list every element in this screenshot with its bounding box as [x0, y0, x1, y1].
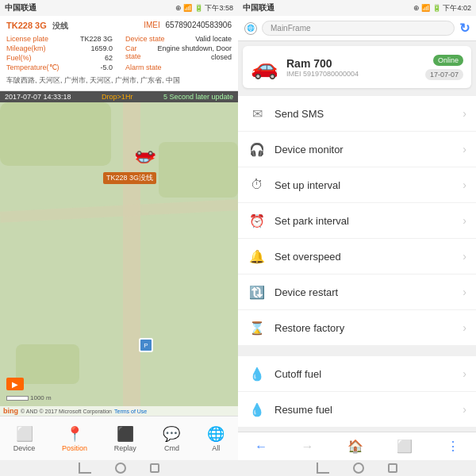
- arrow-icon-1: ›: [463, 143, 466, 155]
- right-device-imei: IMEI 59197080000004: [286, 70, 359, 78]
- arrow-icon-4: ›: [463, 250, 466, 263]
- cutoff-fuel-icon: 💧: [248, 364, 267, 383]
- road-horizontal: [0, 199, 238, 223]
- menu-item-set-interval[interactable]: ⏱ Set up interval ›: [238, 167, 476, 203]
- scale-bar: [6, 396, 29, 401]
- menu-item-cutoff-fuel[interactable]: 💧 Cutoff fuel ›: [238, 356, 476, 392]
- car-marker: 🚗 TK228 3G没线: [103, 150, 156, 184]
- nav-home-icon-right[interactable]: [353, 463, 364, 474]
- tool-cmd[interactable]: 💬 Cmd: [156, 422, 186, 455]
- time-right: 下午4:02: [443, 4, 471, 12]
- arrow-icon-2: ›: [463, 178, 466, 191]
- menu-item-restore[interactable]: ⌛ Restore factory ›: [238, 310, 476, 345]
- online-badge: Online: [433, 55, 463, 66]
- device-icon: ⬜: [16, 425, 33, 443]
- browser-bar: 🌐 MainFrame ↻: [238, 16, 476, 41]
- globe-icon: 🌐: [244, 22, 257, 35]
- menu-item-park-interval[interactable]: ⏰ Set park interval ›: [238, 203, 476, 239]
- arrow-icon-5: ›: [463, 286, 466, 298]
- resume-fuel-icon: 💧: [248, 400, 267, 419]
- map-drop: Drop>1Hr: [102, 93, 132, 101]
- device-monitor-icon: 🎧: [248, 140, 267, 159]
- nav-forward-button[interactable]: →: [295, 436, 321, 457]
- send-sms-label: Send SMS: [274, 108, 463, 120]
- car-label: TK228 3G没线: [103, 172, 156, 184]
- nav-tabs-button[interactable]: ⬜: [390, 436, 419, 457]
- nav-square-icon-right[interactable]: [388, 463, 397, 473]
- replay-icon: ⬛: [117, 425, 134, 443]
- nav-back-icon-right[interactable]: [317, 463, 329, 474]
- tool-device[interactable]: ⬜ Device: [7, 422, 42, 455]
- arrow-icon-7: ›: [463, 367, 466, 380]
- right-device-name: Ram 700: [286, 57, 359, 70]
- nav-more-button[interactable]: ⋮: [440, 436, 466, 457]
- overspeed-label: Set overspeed: [274, 251, 463, 263]
- menu-item-send-sms[interactable]: ✉ Send SMS ›: [238, 96, 476, 132]
- time-left: 下午3:58: [205, 4, 233, 12]
- map-datetime: 2017-07-07 14:33:18: [5, 93, 71, 101]
- right-panel: 中国联通 ⊕ 📶 🔋 下午4:02 🌐 MainFrame ↻ 🚗 Ram 70…: [238, 0, 476, 476]
- bottom-nav-right: ← → 🏠 ⬜ ⋮: [238, 432, 476, 460]
- cmd-icon: 💬: [163, 425, 180, 443]
- restart-label: Device restart: [274, 286, 463, 298]
- device-monitor-label: Device monitor: [274, 144, 463, 155]
- nav-back-button[interactable]: ←: [248, 436, 274, 457]
- set-interval-label: Set up interval: [274, 179, 463, 191]
- refresh-button[interactable]: ↻: [459, 21, 470, 36]
- menu-item-restart[interactable]: 🔃 Device restart ›: [238, 274, 476, 310]
- arrow-icon-6: ›: [463, 321, 466, 334]
- car-silhouette-icon: 🚗: [251, 54, 278, 80]
- carrier-right: 中国联通: [243, 2, 274, 13]
- cmd-label: Cmd: [164, 444, 179, 452]
- status-bar-right: 中国联通 ⊕ 📶 🔋 下午4:02: [238, 0, 476, 16]
- menu-item-overspeed[interactable]: 🔔 Set overspeed ›: [238, 239, 476, 274]
- menu-gap: [238, 348, 476, 353]
- position-icon: 📍: [66, 425, 83, 443]
- arrow-icon-0: ›: [463, 107, 466, 120]
- nav-home-button[interactable]: 🏠: [341, 436, 370, 457]
- map-update: 5 Second later update: [163, 93, 233, 101]
- restore-label: Restore factory: [274, 322, 463, 334]
- arrow-icon-8: ›: [463, 403, 466, 416]
- scale-container: ▶ 1000 m: [3, 394, 52, 401]
- left-panel: 中国联通 ⊕ 📶 🔋 下午3:58 TK228 3G 没线 IMEI 65789…: [0, 0, 238, 476]
- menu-section-1: ✉ Send SMS › 🎧 Device monitor › ⏱ Set up…: [238, 96, 476, 345]
- imei-row: IMEI 657890240583906: [144, 21, 232, 32]
- nav-back-icon[interactable]: [79, 463, 91, 474]
- device-name: TK228 3G 没线: [6, 21, 68, 32]
- send-sms-icon: ✉: [248, 104, 267, 123]
- position-label: Position: [62, 444, 87, 452]
- date-badge: 17-07-07: [425, 69, 463, 80]
- menu-section-2: 💧 Cutoff fuel › 💧 Resume fuel ›: [238, 356, 476, 427]
- map-copyright: bing © AND © 2017 Microsoft Corporation …: [0, 406, 238, 416]
- device-label: Device: [13, 444, 36, 452]
- resume-fuel-label: Resume fuel: [274, 404, 463, 416]
- icons-left: ⊕ 📶 🔋 下午3:58: [175, 3, 233, 13]
- tool-all[interactable]: 🌐 All: [201, 422, 231, 455]
- tool-position[interactable]: 📍 Position: [56, 422, 94, 455]
- cutoff-fuel-label: Cutoff fuel: [274, 368, 463, 380]
- info-panel: TK228 3G 没线 IMEI 657890240583906 License…: [0, 16, 238, 91]
- menu-item-device-monitor[interactable]: 🎧 Device monitor ›: [238, 132, 476, 167]
- address: 车陂西路, 天河区, 广州市, 天河区, 广州市, 广东省, 中国: [6, 75, 232, 86]
- url-bar[interactable]: MainFrame: [262, 21, 455, 36]
- park-interval-icon: ⏰: [248, 211, 267, 230]
- car-icon: 🚗: [103, 150, 156, 171]
- tool-replay[interactable]: ⬛ Replay: [108, 422, 143, 455]
- play-button[interactable]: ▶: [6, 378, 24, 390]
- device-card: 🚗 Ram 700 IMEI 59197080000004 Online 17-…: [243, 46, 471, 88]
- nav-bar-right: [238, 460, 476, 476]
- nav-home-icon[interactable]: [115, 463, 126, 474]
- all-icon: 🌐: [207, 425, 225, 443]
- all-label: All: [212, 444, 220, 452]
- carrier-left: 中国联通: [5, 2, 36, 13]
- menu-item-resume-fuel[interactable]: 💧 Resume fuel ›: [238, 392, 476, 427]
- nav-square-icon[interactable]: [150, 463, 159, 473]
- icons-right: ⊕ 📶 🔋 下午4:02: [413, 3, 471, 13]
- waypoint: P: [139, 338, 153, 352]
- park-interval-label: Set park interval: [274, 215, 463, 227]
- scale-label: 1000 m: [30, 394, 52, 401]
- menu-list: ✉ Send SMS › 🎧 Device monitor › ⏱ Set up…: [238, 93, 476, 432]
- map-area: 🚗 TK228 3G没线 P ▶ 1000 m bing © AND © 201…: [0, 102, 238, 416]
- map-time-bar: 2017-07-07 14:33:18 Drop>1Hr 5 Second la…: [0, 91, 238, 102]
